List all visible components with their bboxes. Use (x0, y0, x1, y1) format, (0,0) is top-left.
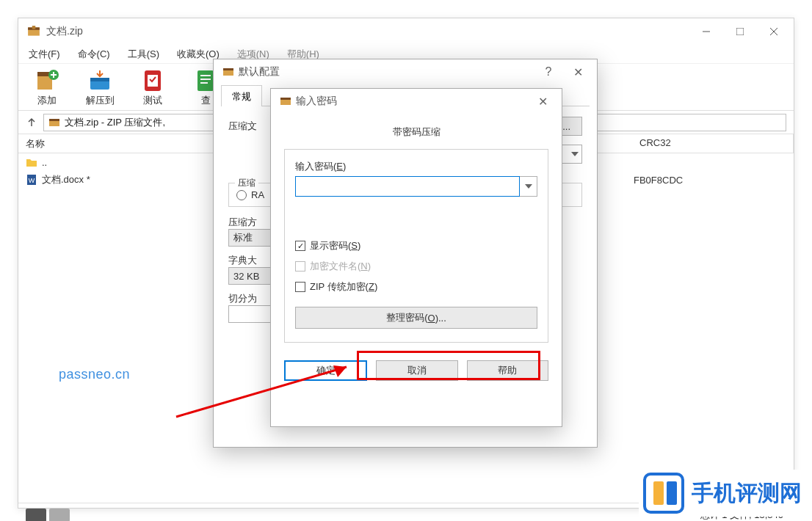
winrar-icon (222, 66, 234, 78)
menu-file[interactable]: 文件(F) (24, 46, 65, 62)
format-group-label: 压缩 (235, 177, 258, 189)
compress-file-label: 压缩文 (228, 120, 265, 133)
password-input[interactable] (295, 176, 520, 197)
menu-command[interactable]: 命令(C) (73, 46, 115, 62)
minimize-button[interactable] (689, 21, 723, 43)
config-titlebar: 默认配置 ? ✕ (214, 59, 597, 84)
config-title: 默认配置 (239, 65, 280, 79)
toolbar-add-label: 添加 (37, 94, 57, 107)
list-item-name: .. (42, 157, 47, 168)
svg-rect-11 (90, 78, 109, 81)
svg-rect-17 (200, 82, 208, 84)
svg-rect-15 (200, 75, 211, 76)
status-indicator-icon (26, 509, 46, 522)
toolbar-test-button[interactable]: 测试 (130, 68, 175, 107)
brand-logo: 手机评测网 (639, 470, 806, 517)
close-button[interactable]: ✕ (528, 95, 557, 109)
help-button[interactable]: 帮助 (467, 360, 548, 381)
svg-rect-14 (197, 70, 214, 91)
radio-rar-label: RA (251, 189, 264, 200)
svg-rect-19 (49, 119, 59, 121)
extract-icon (87, 68, 112, 92)
show-password-checkbox[interactable] (295, 241, 305, 251)
encrypt-filename-label: 加密文件名(N) (310, 260, 371, 273)
password-input-label: 输入密码(E) (295, 160, 537, 173)
svg-text:W: W (29, 177, 35, 184)
password-titlebar: 输入密码 ✕ (271, 89, 562, 114)
show-password-row[interactable]: 显示密码(S) (295, 239, 537, 252)
tab-general[interactable]: 常规 (221, 85, 262, 106)
add-icon (35, 68, 59, 92)
zip-legacy-checkbox[interactable] (295, 282, 305, 292)
toolbar-add-button[interactable]: 添加 (24, 68, 70, 107)
path-text: 文档.zip - ZIP 压缩文件, (65, 116, 165, 129)
password-heading: 带密码压缩 (284, 125, 548, 139)
password-buttons: 确定 取消 帮助 (284, 360, 548, 381)
ok-button[interactable]: 确定 (284, 360, 367, 381)
close-button[interactable]: ✕ (563, 65, 592, 79)
help-button[interactable]: ? (534, 65, 563, 79)
word-doc-icon: W (26, 174, 37, 186)
zip-legacy-row[interactable]: ZIP 传统加密(Z) (295, 280, 537, 294)
winrar-icon (27, 25, 40, 38)
encrypt-filename-row: 加密文件名(N) (295, 260, 537, 273)
brand-mark-icon (643, 473, 684, 514)
password-group: 输入密码(E) 显示密码(S) 加密文件名(N) ZIP 传统加密(Z) (284, 149, 548, 343)
encrypt-filename-checkbox (295, 261, 305, 272)
cancel-button[interactable]: 取消 (376, 360, 457, 381)
toolbar-view-label: 查 (201, 94, 211, 107)
show-password-label: 显示密码(S) (310, 239, 360, 252)
organize-passwords-button[interactable]: 整理密码(O)... (295, 307, 537, 329)
watermark-text: passneo.cn (59, 367, 130, 382)
column-name[interactable]: 名称 (18, 134, 228, 153)
svg-rect-25 (280, 98, 291, 100)
toolbar-extract-button[interactable]: 解压到 (77, 68, 123, 107)
brand-text: 手机评测网 (692, 478, 802, 509)
maximize-button[interactable] (723, 21, 757, 43)
list-item-crc: FB0F8CDC (634, 175, 683, 186)
main-titlebar: 文档.zip (18, 18, 794, 45)
close-button[interactable] (757, 21, 791, 43)
up-button[interactable] (26, 117, 37, 128)
folder-up-icon (26, 156, 37, 168)
toolbar-test-label: 测试 (143, 94, 162, 107)
password-dialog: 输入密码 ✕ 带密码压缩 输入密码(E) 显示密码(S) 加密文件名(N) (270, 88, 562, 427)
status-indicator-icon (49, 509, 70, 522)
svg-rect-2 (32, 26, 36, 29)
zip-legacy-label: ZIP 传统加密(Z) (310, 280, 377, 294)
radio-rar[interactable] (236, 190, 247, 200)
test-icon (140, 68, 165, 92)
winrar-icon (280, 95, 291, 107)
toolbar-extract-label: 解压到 (86, 94, 115, 107)
password-dropdown-button[interactable] (520, 176, 537, 197)
list-item-name: 文档.docx * (42, 173, 90, 186)
password-title: 输入密码 (296, 95, 337, 108)
svg-rect-16 (200, 79, 211, 80)
archive-icon (48, 117, 60, 128)
main-window-title: 文档.zip (46, 25, 689, 38)
menu-tools[interactable]: 工具(S) (123, 46, 164, 62)
svg-rect-4 (736, 28, 744, 35)
svg-rect-23 (223, 68, 233, 70)
